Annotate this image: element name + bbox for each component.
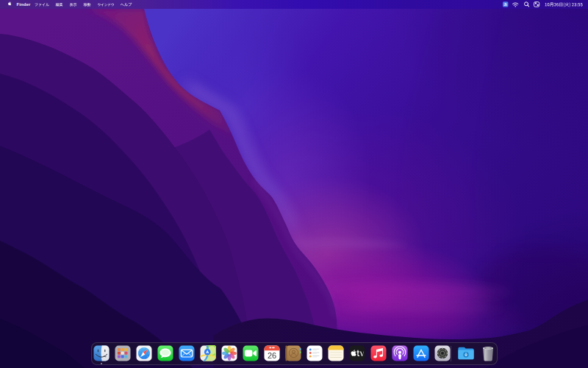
svg-text:Finder: Finder (17, 2, 31, 7)
